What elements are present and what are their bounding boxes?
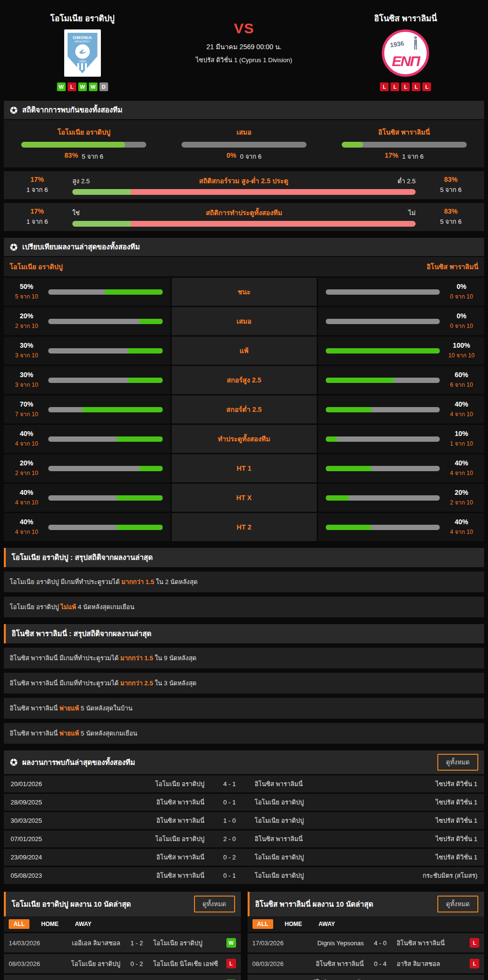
stat-count: 0 จาก 6	[240, 151, 261, 162]
compare-home-bar-fill	[139, 466, 162, 471]
compare-row-label: ทำประตูทั้งสองทีม	[172, 425, 317, 453]
view-all-button[interactable]: ดูทั้งหมด	[194, 896, 235, 912]
match-date: 28/09/2025	[11, 799, 83, 806]
band-right-percent: 83%	[444, 207, 458, 215]
h2h-match-row[interactable]: 05/08/2023 อิโนซิส พาราลิมนี่ 0 - 1 โอโม…	[4, 867, 484, 884]
compare-team-names: โอโมเนีย อราดิปปู อิโนซิส พาราลิมนี่	[4, 257, 484, 276]
summary-row: โอโมเนีย อราดิปปู มีเกมที่ทำประตูรวมได้ …	[4, 572, 484, 592]
soccer-ball-icon	[10, 243, 18, 251]
stat-count: 5 จาก 6	[82, 151, 103, 162]
match-league: ไซปรัส ดิวิชั่น 1 (Cyprus 1 Division)	[157, 55, 331, 65]
h2h-match-row[interactable]: 28/09/2025 อิโนซิส พาราลิมนี่ 0 - 1 โอโม…	[4, 794, 484, 811]
compare-away-bar	[326, 495, 440, 501]
compare-home-bar	[48, 525, 163, 530]
stat-percent: 0%	[226, 151, 236, 162]
match-date: 20/01/2026	[11, 780, 83, 788]
form-badge: W	[89, 82, 98, 91]
view-all-button[interactable]: ดูทั้งหมด	[437, 754, 478, 771]
h2h-match-row[interactable]: 07/01/2025 โอโมเนีย อราดิปปู 2 - 0 อิโนซ…	[4, 830, 484, 847]
form-match-row[interactable]: 28/02/2026 เอธนิกอส อัชนาส เอฟซี 0 - 1 โ…	[4, 975, 241, 980]
summary-text: อิโนซิส พาราลิมนี่ มีเกมที่ทำประตูรวมได้	[10, 680, 120, 687]
stat-numbers: 17% 1 จาก 6	[385, 151, 424, 162]
compare-away-numbers: 0% 0 จาก 10	[446, 283, 476, 301]
h2h-stat-column: อิโนซิส พาราลิมนี่ 17% 1 จาก 6	[324, 127, 484, 162]
form-match-row[interactable]: 08/03/2026 อิโนซิส พาราลิมนี่ 0 - 4 อาริ…	[248, 954, 485, 973]
compare-home-numbers: 70% 7 จาก 10	[12, 400, 42, 419]
match-home-team: อิโนซิส พาราลิมนี่	[83, 797, 210, 807]
dove-icon	[75, 44, 90, 59]
summary-text: โอโมเนีย อราดิปปู	[10, 603, 61, 611]
compare-home-percent: 20%	[12, 459, 42, 467]
compare-away-percent: 20%	[446, 489, 476, 496]
summary-row: อิโนซิส พาราลิมนี่ พ่ายแพ้ 5 นัดหลังสุดใ…	[4, 698, 484, 719]
compare-home-cell: 40% 4 จาก 10	[4, 425, 170, 453]
h2h-bands: 17% 1 จาก 6 สูง 2.5 สถิติสกอร์รวม สูง-ต่…	[4, 171, 484, 231]
view-all-button[interactable]: ดูทั้งหมด	[437, 896, 478, 912]
vs-label: VS	[157, 20, 331, 37]
compare-away-bar-fill	[326, 378, 394, 383]
compare-home-count: 3 จาก 10	[12, 351, 42, 360]
form-match-row[interactable]: 17/03/2026 Dignis Yepsonas 4 - 0 อิโนซิส…	[248, 933, 485, 953]
panel-title: อิโนซิส พาราลิมนี่ ผลงาน 10 นัดล่าสุด	[255, 898, 374, 910]
result-badge: L	[470, 959, 479, 968]
home-team-logo: OMONIA ΑΡΑΔΙΠΠΟΥ 1929	[64, 29, 101, 77]
summary-text: ใน 3 นัดหลังสุด	[153, 680, 196, 687]
away-summary-rows: อิโนซิส พาราลิมนี่ มีเกมที่ทำประตูรวมได้…	[4, 648, 484, 744]
tab-all[interactable]: ALL	[9, 919, 29, 929]
compare-home-bar	[48, 319, 163, 324]
soccer-ball-icon	[10, 758, 18, 766]
form-match-row[interactable]: 08/03/2026 โอโมเนีย อราดิปปู 0 - 2 โอโมเ…	[4, 954, 241, 973]
band-bar	[72, 189, 416, 195]
compare-home-percent: 20%	[12, 312, 42, 320]
band-bar-green	[72, 221, 131, 227]
summary-text: โอโมเนีย อราดิปปู มีเกมที่ทำประตูรวมได้	[10, 578, 122, 585]
match-away-team: โอโมเนีย อราดิปปู	[149, 938, 220, 948]
away-form-panel-header: อิโนซิส พาราลิมนี่ ผลงาน 10 นัดล่าสุด ดู…	[248, 892, 485, 916]
compare-away-bar	[326, 319, 440, 324]
match-home-team: อิโนซิส พาราลิมนี่	[83, 871, 210, 881]
tab-home[interactable]: HOME	[280, 919, 307, 929]
stat-label: โอโมเนีย อราดิปปู	[57, 127, 111, 137]
compare-row-label: HT 1	[172, 454, 317, 482]
tab-home[interactable]: HOME	[36, 919, 63, 929]
form-badge: D	[99, 82, 108, 91]
compare-away-percent: 60%	[446, 371, 476, 379]
band-bar-green	[72, 189, 131, 195]
tab-all[interactable]: ALL	[252, 919, 273, 929]
compare-home-numbers: 20% 2 จาก 10	[12, 459, 42, 477]
h2h-band-row: 17% 1 จาก 6 ใช่ สถิติการทำประตูทั้งสองที…	[4, 203, 484, 231]
h2h-results-section: ผลงานการพบกันล่าสุดของทั้งสองทีม ดูทั้งห…	[4, 750, 484, 884]
compare-home-bar-fill	[117, 436, 163, 442]
form-match-row[interactable]: 28/02/2026 อนอร์โธซิส ฟามากุสต้า เอฟซี 3…	[248, 975, 485, 980]
stat-bar-fill	[342, 142, 363, 148]
stat-percent: 83%	[65, 151, 78, 162]
h2h-stats-section: สถิติจากการพบกันของทั้งสองทีม โอโมเนีย อ…	[4, 101, 484, 231]
compare-away-numbers: 40% 4 จาก 10	[446, 459, 476, 477]
summary-row: อิโนซิส พาราลิมนี่ มีเกมที่ทำประตูรวมได้…	[4, 648, 484, 668]
tab-away[interactable]: AWAY	[70, 919, 96, 929]
form-badge: L	[380, 82, 389, 91]
tab-away[interactable]: AWAY	[314, 919, 340, 929]
form-match-row[interactable]: 14/03/2026 เออีเอล ลิมาสชอล 1 - 2 โอโมเน…	[4, 933, 241, 953]
panel-title: โอโมเนีย อราดิปปู ผลงาน 10 นัดล่าสุด	[12, 898, 131, 910]
band-right-count: 5 จาก 6	[424, 185, 477, 195]
compare-home-count: 4 จาก 10	[12, 498, 42, 507]
match-away-team: อาริส ลิมาสชอล	[393, 959, 464, 969]
band-right-label: ไม่	[408, 208, 416, 218]
compare-home-bar	[48, 436, 163, 442]
match-away-team: อิโนซิส พาราลิมนี่	[249, 779, 376, 789]
compare-row-label: สกอร์สูง 2.5	[172, 366, 317, 394]
compare-away-count: 6 จาก 10	[446, 380, 476, 389]
h2h-match-row[interactable]: 23/09/2024 อิโนซิส พาราลิมนี่ 0 - 2 โอโม…	[4, 849, 484, 866]
compare-home-percent: 40%	[12, 518, 42, 526]
compare-away-count: 0 จาก 10	[446, 292, 476, 301]
compare-home-percent: 50%	[12, 283, 42, 290]
compare-away-percent: 40%	[446, 459, 476, 467]
compare-away-bar-fill	[326, 466, 372, 471]
compare-row: 40% 4 จาก 10 ทำประตูทั้งสองทีม 10% 1 จาก…	[4, 425, 484, 453]
h2h-match-row[interactable]: 20/01/2026 โอโมเนีย อราดิปปู 4 - 1 อิโนซ…	[4, 776, 484, 792]
away-summary-section: อิโนซิส พาราลิมนี่ : สรุปสถิติจากผลงานล่…	[4, 624, 484, 744]
summary-text: อิโนซิส พาราลิมนี่	[10, 730, 59, 737]
h2h-match-row[interactable]: 30/03/2025 อิโนซิส พาราลิมนี่ 1 - 0 โอโม…	[4, 812, 484, 829]
compare-home-cell: 20% 2 จาก 10	[4, 454, 170, 482]
